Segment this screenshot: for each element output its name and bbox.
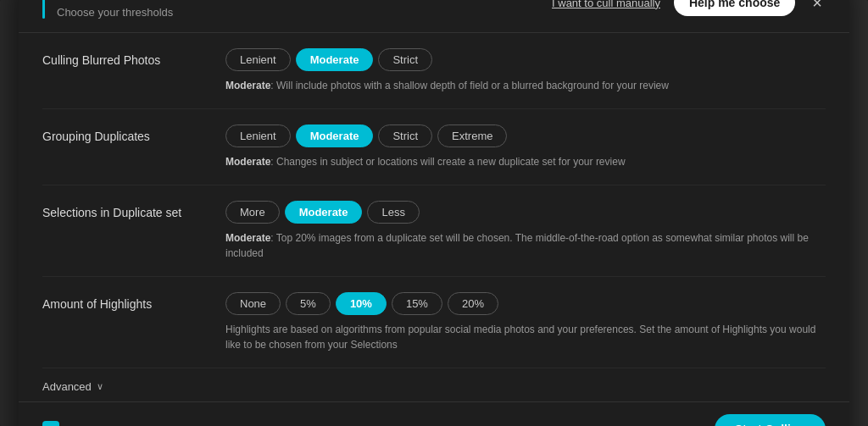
preference-row-highlights: Amount of Highlights None 5% 10% 15% 20%… <box>42 277 826 368</box>
preference-row-selections-duplicate: Selections in Duplicate set More Moderat… <box>42 185 826 277</box>
option-extreme-duplicates[interactable]: Extreme <box>437 124 507 147</box>
pref-label-culling-blurred: Culling Blurred Photos <box>42 48 212 67</box>
option-lenient-duplicates[interactable]: Lenient <box>225 124 291 147</box>
pref-controls-culling-blurred: Lenient Moderate Strict Moderate: Will i… <box>225 48 826 93</box>
start-culling-button[interactable]: Start Culling <box>715 414 826 426</box>
footer-right: ‹ Change Stars/Colors Start Culling <box>591 414 826 426</box>
desc-highlights: Highlights are based on algorithms from … <box>225 322 826 352</box>
footer-left: ✓ Overwrite existing colors/stars <box>42 421 214 426</box>
advanced-label: Advanced <box>42 380 92 393</box>
option-moderate-blurred[interactable]: Moderate <box>296 48 374 71</box>
option-5pct-highlights[interactable]: 5% <box>286 292 331 315</box>
btn-group-selections-duplicate: More Moderate Less <box>225 201 826 224</box>
chevron-down-icon: ∨ <box>97 381 103 392</box>
pref-controls-grouping-duplicates: Lenient Moderate Strict Extreme Moderate… <box>225 124 826 169</box>
header-left: Set Preferences Choose your thresholds <box>42 0 173 19</box>
close-button[interactable]: × <box>809 0 826 14</box>
option-15pct-highlights[interactable]: 15% <box>392 292 442 315</box>
option-strict-duplicates[interactable]: Strict <box>378 124 432 147</box>
pref-label-grouping-duplicates: Grouping Duplicates <box>42 124 212 143</box>
option-20pct-highlights[interactable]: 20% <box>448 292 498 315</box>
option-10pct-highlights[interactable]: 10% <box>336 292 387 315</box>
pref-controls-highlights: None 5% 10% 15% 20% Highlights are based… <box>225 292 826 352</box>
preference-row-culling-blurred: Culling Blurred Photos Lenient Moderate … <box>42 33 826 109</box>
preference-row-grouping-duplicates: Grouping Duplicates Lenient Moderate Str… <box>42 109 826 185</box>
modal-subtitle: Choose your thresholds <box>57 6 173 19</box>
btn-group-culling-blurred: Lenient Moderate Strict <box>225 48 826 71</box>
desc-selections-duplicate: Moderate: Top 20% images from a duplicat… <box>225 230 826 261</box>
backdrop: Set Preferences Choose your thresholds I… <box>0 0 868 426</box>
modal-title: Set Preferences <box>57 0 173 4</box>
title-group: Set Preferences Choose your thresholds <box>57 0 173 19</box>
help-me-choose-button[interactable]: Help me choose <box>674 0 795 16</box>
advanced-toggle[interactable]: Advanced ∨ <box>42 380 826 393</box>
btn-group-highlights: None 5% 10% 15% 20% <box>225 292 826 315</box>
overwrite-checkbox[interactable]: ✓ <box>42 421 59 426</box>
option-moderate-duplicates[interactable]: Moderate <box>296 124 374 147</box>
preferences-modal: Set Preferences Choose your thresholds I… <box>19 0 849 426</box>
accent-bar <box>42 0 45 19</box>
modal-footer: ✓ Overwrite existing colors/stars ‹ Chan… <box>19 401 849 426</box>
modal-header: Set Preferences Choose your thresholds I… <box>19 0 849 33</box>
cull-manually-link[interactable]: I want to cull manually <box>552 0 660 9</box>
option-none-highlights[interactable]: None <box>225 292 281 315</box>
option-strict-blurred[interactable]: Strict <box>378 48 432 71</box>
pref-label-selections-duplicate: Selections in Duplicate set <box>42 201 212 219</box>
option-lenient-blurred[interactable]: Lenient <box>225 48 291 71</box>
pref-label-highlights: Amount of Highlights <box>42 292 212 311</box>
advanced-row: Advanced ∨ <box>42 368 826 401</box>
option-moderate-selections[interactable]: Moderate <box>285 201 363 224</box>
option-less-selections[interactable]: Less <box>367 201 419 224</box>
pref-controls-selections-duplicate: More Moderate Less Moderate: Top 20% ima… <box>225 201 826 261</box>
option-more-selections[interactable]: More <box>225 201 280 224</box>
desc-grouping-duplicates: Moderate: Changes in subject or location… <box>225 154 826 169</box>
header-right: I want to cull manually Help me choose × <box>552 0 826 16</box>
modal-body: Culling Blurred Photos Lenient Moderate … <box>19 33 849 401</box>
desc-culling-blurred: Moderate: Will include photos with a sha… <box>225 78 826 93</box>
btn-group-grouping-duplicates: Lenient Moderate Strict Extreme <box>225 124 826 147</box>
